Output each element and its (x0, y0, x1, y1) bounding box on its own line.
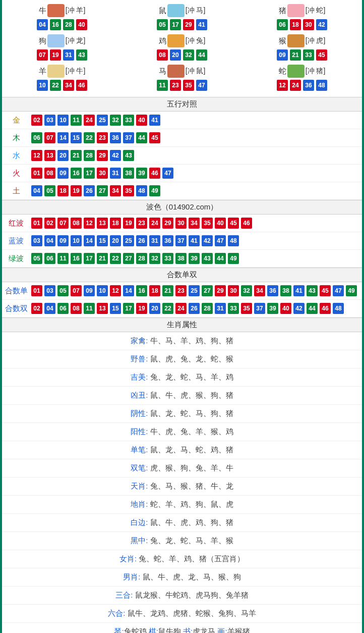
attr-value: 鼠、牛、虎、猴、狗、猪 (150, 391, 233, 399)
number-ball: 43 (307, 285, 318, 296)
footer-label: 画: (217, 627, 227, 633)
number-ball: 02 (44, 218, 55, 229)
number-ball: 44 (136, 132, 147, 143)
zodiac-name: 鼠 (159, 6, 166, 16)
number-ball: 17 (170, 19, 181, 30)
attr-value: 兔、马、猴、猪、牛、龙 (150, 482, 233, 490)
attr-value: 虎、猴、狗、兔、羊、牛 (150, 463, 233, 472)
number-ball: 47 (162, 168, 173, 179)
zodiac-chong: [冲 羊] (66, 6, 86, 15)
row-numbers: 0103050709101214161821232527293032343638… (28, 285, 357, 296)
attr-line: 双笔: 虎、猴、狗、兔、羊、牛 (2, 459, 362, 478)
number-ball: 15 (110, 303, 121, 314)
section-header-shengxiao: 生肖属性 (2, 318, 362, 332)
attr-line: 地肖: 蛇、羊、鸡、狗、鼠、虎 (2, 496, 362, 514)
row-numbers: 1213202128294243 (28, 150, 134, 161)
number-ball: 14 (84, 235, 95, 246)
zodiac-name: 蛇 (279, 67, 286, 76)
heshu-table: 合数单0103050709101214161821232527293032343… (2, 282, 362, 318)
number-ball: 39 (136, 168, 147, 179)
number-ball: 32 (183, 49, 194, 61)
number-ball: 18 (57, 185, 69, 196)
row-label: 蓝波 (4, 236, 28, 246)
number-ball: 33 (228, 303, 239, 314)
zodiac-numbers: 09213345 (243, 49, 361, 61)
number-ball: 09 (57, 235, 69, 246)
zodiac-icon (167, 34, 185, 47)
number-ball: 40 (215, 218, 226, 229)
zodiac-cell: 狗[冲 龙]07193143 (2, 32, 122, 63)
attr-value: 鼠、龙、蛇、马、狗、猪 (150, 409, 233, 417)
number-ball: 06 (44, 253, 55, 264)
number-ball: 15 (97, 235, 108, 246)
number-ball: 11 (57, 253, 69, 264)
number-ball: 35 (202, 218, 213, 229)
zodiac-icon (47, 34, 65, 47)
number-ball: 09 (84, 285, 95, 296)
zodiac-cell: 蛇[冲 猪]12243648 (242, 63, 362, 93)
number-ball: 23 (136, 218, 147, 229)
number-ball: 20 (57, 150, 69, 161)
number-ball: 24 (149, 218, 160, 229)
number-ball: 47 (215, 235, 226, 246)
number-ball: 40 (280, 303, 291, 314)
number-ball: 12 (31, 150, 42, 161)
table-row: 金02031011242532334041 (2, 112, 362, 129)
zodiac-chong: [冲 虎] (306, 36, 326, 45)
table-row: 火0108091617303138394647 (2, 165, 362, 182)
zodiac-icon (287, 4, 305, 17)
number-ball: 13 (97, 303, 108, 314)
number-ball: 31 (215, 303, 226, 314)
number-ball: 03 (44, 115, 55, 126)
number-ball: 47 (196, 80, 207, 91)
footer-label: 棋: (149, 627, 158, 633)
number-ball: 42 (293, 303, 305, 314)
row-numbers: 06071415222336374445 (28, 132, 160, 143)
number-ball: 29 (162, 218, 173, 229)
number-ball: 13 (97, 218, 108, 229)
zodiac-numbers: 12243648 (243, 80, 361, 91)
number-ball: 26 (84, 185, 95, 196)
number-ball: 42 (202, 235, 213, 246)
number-ball: 30 (228, 285, 239, 296)
row-label: 木 (4, 133, 28, 143)
zodiac-grid: 牛[冲 羊]04162840鼠[冲 马]05172941猪[冲 蛇]061830… (2, 0, 362, 97)
number-ball: 45 (316, 49, 327, 61)
number-ball: 37 (254, 303, 265, 314)
number-ball: 12 (110, 285, 121, 296)
number-ball: 34 (110, 185, 121, 196)
number-ball: 27 (97, 185, 108, 196)
number-ball: 48 (333, 303, 344, 314)
number-ball: 01 (31, 218, 42, 229)
number-ball: 21 (162, 285, 173, 296)
number-ball: 14 (57, 132, 69, 143)
number-ball: 47 (333, 285, 344, 296)
row-numbers: 04051819262734354849 (28, 185, 160, 196)
number-ball: 31 (149, 235, 160, 246)
attr-label: 双笔: (131, 463, 150, 472)
zodiac-cell: 鸡[冲 兔]08203244 (122, 32, 242, 63)
number-ball: 02 (31, 115, 42, 126)
number-ball: 16 (136, 285, 147, 296)
number-ball: 16 (71, 168, 82, 179)
attr-line: 三合: 鼠龙猴、牛蛇鸡、虎马狗、兔羊猪 (2, 587, 362, 605)
zodiac-chong: [冲 牛] (66, 67, 86, 76)
table-row: 木06071415222336374445 (2, 129, 362, 147)
attr-label: 阳性: (131, 427, 150, 436)
number-ball: 05 (44, 185, 55, 196)
number-ball: 40 (76, 19, 87, 30)
number-ball: 35 (241, 303, 252, 314)
table-row: 合数双0204060811131517192022242628313335373… (2, 300, 362, 318)
attr-label: 黑中: (131, 536, 150, 545)
number-ball: 46 (320, 303, 331, 314)
number-ball: 41 (293, 285, 305, 296)
page-root: 牛[冲 羊]04162840鼠[冲 马]05172941猪[冲 蛇]061830… (0, 0, 364, 633)
wuxing-table: 金02031011242532334041木060714152223363744… (2, 112, 362, 200)
number-ball: 07 (37, 49, 48, 61)
number-ball: 34 (254, 285, 265, 296)
attr-line: 阴性: 鼠、龙、蛇、马、狗、猪 (2, 405, 362, 423)
number-ball: 11 (84, 303, 95, 314)
number-ball: 45 (149, 132, 160, 143)
attr-label: 六合: (108, 609, 127, 617)
number-ball: 20 (170, 49, 181, 61)
